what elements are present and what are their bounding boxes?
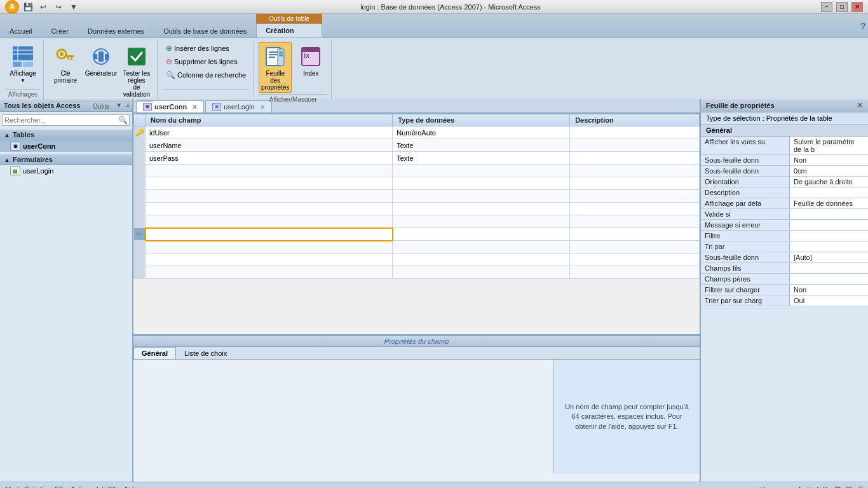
colonne-recherche-button[interactable]: 🔍 Colonne de recherche <box>163 69 249 81</box>
field-name-edit[interactable] <box>146 228 393 241</box>
maximize-button[interactable]: □ <box>836 2 848 12</box>
tester-regles-button[interactable]: Tester les règlesde validation <box>120 42 153 100</box>
tab-accueil[interactable]: Accueil <box>0 24 41 37</box>
prop-value-10[interactable]: [Auto] <box>790 252 868 262</box>
prop-row-2[interactable]: Sous-feuille donn0cm <box>701 166 868 177</box>
nav-item-userconn[interactable]: ⊞ userConn <box>0 140 132 152</box>
table-grid[interactable]: Nom du champ Type de données Description… <box>133 114 700 336</box>
prop-row-3[interactable]: OrientationDe gauche à droite <box>701 177 868 187</box>
prop-value-7[interactable] <box>790 220 868 230</box>
tab-creer[interactable]: Créer <box>41 24 78 37</box>
table-row[interactable] <box>134 203 700 215</box>
desc-3[interactable] <box>570 152 700 165</box>
minimize-button[interactable]: − <box>821 2 832 12</box>
prop-value-1[interactable]: Non <box>790 155 868 165</box>
data-type-11[interactable] <box>393 254 570 266</box>
prop-row-10[interactable]: Sous-feuille donn[Auto] <box>701 252 868 263</box>
data-type-7[interactable] <box>393 203 570 215</box>
field-name-2[interactable]: userName <box>146 139 393 152</box>
desc-11[interactable] <box>570 254 700 266</box>
prop-value-13[interactable]: Non <box>790 285 868 295</box>
affichage-button[interactable]: Affichage ▼ <box>6 42 39 85</box>
prop-row-11[interactable]: Champs fils <box>701 263 868 274</box>
prop-row-13[interactable]: Filtrer sur chargerNon <box>701 285 868 295</box>
data-type-12[interactable] <box>393 266 570 279</box>
field-name-11[interactable] <box>146 254 393 266</box>
prop-row-12[interactable]: Champs pères <box>701 274 868 285</box>
table-row[interactable]: ✏ <box>134 228 700 241</box>
desc-6[interactable] <box>570 190 700 203</box>
tab-creation[interactable]: Création <box>256 24 322 37</box>
tab-close-userlogin[interactable]: ✕ <box>260 104 265 111</box>
data-type-4[interactable] <box>393 165 570 177</box>
right-panel-scroll[interactable]: Afficher les vues suSuivre le paramètre … <box>701 137 868 482</box>
data-type-3[interactable]: Texte <box>393 152 570 165</box>
prop-value-2[interactable]: 0cm <box>790 166 868 176</box>
prop-row-9[interactable]: Tri par <box>701 241 868 252</box>
supprimer-lignes-button[interactable]: ⊖ Supprimer les lignes <box>163 55 249 68</box>
desc-4[interactable] <box>570 165 700 177</box>
prop-value-9[interactable] <box>790 241 868 252</box>
data-type-2[interactable]: Texte <box>393 139 570 152</box>
table-row[interactable] <box>134 177 700 190</box>
feuille-proprietes-button[interactable]: Feuille despropriétés <box>259 42 292 93</box>
cle-primaire-button[interactable]: Cléprimaire <box>49 42 82 86</box>
data-type-6[interactable] <box>393 190 570 203</box>
table-row[interactable] <box>134 215 700 228</box>
nav-search[interactable]: 🔍 <box>3 114 130 126</box>
table-row[interactable]: userName Texte <box>134 139 700 152</box>
close-button[interactable]: ✕ <box>851 2 863 12</box>
prop-value-3[interactable]: De gauche à droite <box>790 177 868 187</box>
prop-row-1[interactable]: Sous-feuille donnNon <box>701 155 868 166</box>
table-row[interactable]: 🔑 idUser NuméroAuto <box>134 126 700 139</box>
prop-row-8[interactable]: Filtre <box>701 231 868 241</box>
tab-close-userconn[interactable]: ✕ <box>192 104 197 111</box>
field-name-6[interactable] <box>146 190 393 203</box>
desc-8[interactable] <box>570 215 700 228</box>
field-name-12[interactable] <box>146 266 393 279</box>
statusbar-view-icon-1[interactable]: ▦ <box>834 485 841 488</box>
prop-row-7[interactable]: Message si erreur <box>701 220 868 231</box>
props-tab-general[interactable]: Général <box>133 347 176 359</box>
table-row[interactable]: userPass Texte <box>134 152 700 165</box>
nav-item-userlogin[interactable]: ▤ userLogin <box>0 165 132 177</box>
prop-row-14[interactable]: Trier par sur chargOui <box>701 295 868 306</box>
prop-row-6[interactable]: Valide si <box>701 209 868 220</box>
prop-value-0[interactable]: Suivre le paramètre de la b <box>790 137 868 154</box>
data-type-8[interactable] <box>393 215 570 228</box>
prop-value-14[interactable]: Oui <box>790 295 868 306</box>
prop-row-5[interactable]: Affichage par défaFeuille de données <box>701 198 868 209</box>
table-row[interactable] <box>134 190 700 203</box>
save-qat-button[interactable]: 💾 <box>22 1 34 13</box>
desc-1[interactable] <box>570 126 700 139</box>
prop-value-6[interactable] <box>790 209 868 219</box>
prop-row-4[interactable]: Description <box>701 187 868 198</box>
help-button[interactable]: ? <box>855 14 868 37</box>
table-row[interactable] <box>134 266 700 279</box>
desc-2[interactable] <box>570 139 700 152</box>
redo-qat-button[interactable]: ↪ <box>52 1 65 13</box>
data-type-1[interactable]: NuméroAuto <box>393 126 570 139</box>
props-tab-liste-choix[interactable]: Liste de choix <box>176 347 235 359</box>
desc-7[interactable] <box>570 203 700 215</box>
tab-donnees-externes[interactable]: Données externes <box>78 24 154 37</box>
prop-value-8[interactable] <box>790 231 868 241</box>
prop-value-5[interactable]: Feuille de données <box>790 198 868 208</box>
field-name-10[interactable] <box>146 241 393 254</box>
prop-value-12[interactable] <box>790 274 868 284</box>
field-name-1[interactable]: idUser <box>146 126 393 139</box>
statusbar-view-icon-2[interactable]: ▤ <box>846 485 852 488</box>
desc-12[interactable] <box>570 266 700 279</box>
inserer-lignes-button[interactable]: ⊕ Insérer des lignes <box>163 42 249 55</box>
data-type-5[interactable] <box>393 177 570 190</box>
right-panel-close-button[interactable]: ✕ <box>857 101 863 110</box>
field-name-edit-input[interactable] <box>146 229 392 240</box>
desc-10[interactable] <box>570 241 700 254</box>
statusbar-view-icon-3[interactable]: ⊞ <box>857 485 863 488</box>
table-row[interactable] <box>134 254 700 266</box>
field-name-7[interactable] <box>146 203 393 215</box>
prop-row-0[interactable]: Afficher les vues suSuivre le paramètre … <box>701 137 868 155</box>
index-button[interactable]: ix Index <box>294 42 327 79</box>
field-name-3[interactable]: userPass <box>146 152 393 165</box>
prop-value-11[interactable] <box>790 263 868 273</box>
